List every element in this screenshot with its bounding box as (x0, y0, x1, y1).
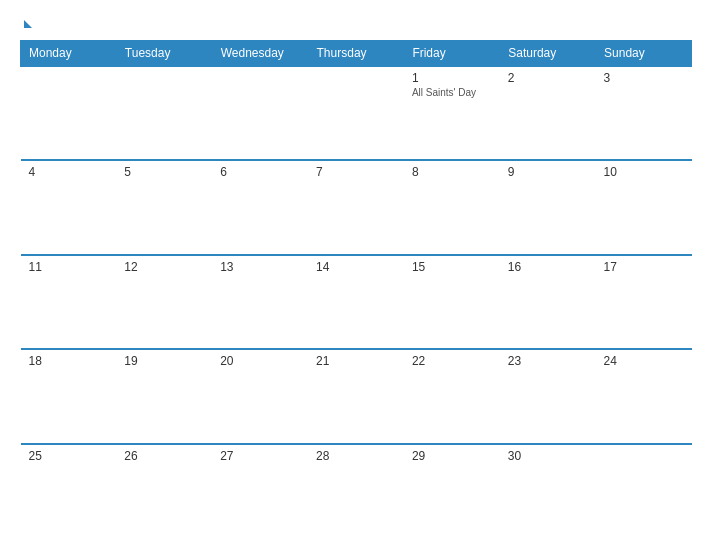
day-number: 5 (124, 165, 204, 179)
calendar-cell: 1All Saints' Day (404, 66, 500, 160)
day-number: 4 (29, 165, 109, 179)
day-number: 21 (316, 354, 396, 368)
day-number: 17 (604, 260, 684, 274)
day-number: 14 (316, 260, 396, 274)
calendar-week-row: 1All Saints' Day23 (21, 66, 692, 160)
calendar-cell: 21 (308, 349, 404, 443)
day-number: 3 (604, 71, 684, 85)
day-number: 24 (604, 354, 684, 368)
calendar-table: MondayTuesdayWednesdayThursdayFridaySatu… (20, 40, 692, 538)
weekday-header-sunday: Sunday (596, 41, 692, 67)
calendar-cell: 13 (212, 255, 308, 349)
day-number: 7 (316, 165, 396, 179)
day-number: 6 (220, 165, 300, 179)
calendar-cell: 30 (500, 444, 596, 538)
calendar-week-row: 18192021222324 (21, 349, 692, 443)
calendar-cell: 5 (116, 160, 212, 254)
calendar-cell: 4 (21, 160, 117, 254)
calendar-cell: 11 (21, 255, 117, 349)
calendar-cell: 18 (21, 349, 117, 443)
day-number: 10 (604, 165, 684, 179)
day-number: 11 (29, 260, 109, 274)
calendar-cell: 16 (500, 255, 596, 349)
day-number: 28 (316, 449, 396, 463)
calendar-cell: 9 (500, 160, 596, 254)
calendar-cell: 29 (404, 444, 500, 538)
calendar-cell: 12 (116, 255, 212, 349)
day-number: 26 (124, 449, 204, 463)
calendar-cell: 23 (500, 349, 596, 443)
calendar-week-row: 11121314151617 (21, 255, 692, 349)
weekday-header-thursday: Thursday (308, 41, 404, 67)
calendar-cell: 19 (116, 349, 212, 443)
day-number: 18 (29, 354, 109, 368)
calendar-cell: 6 (212, 160, 308, 254)
day-number: 2 (508, 71, 588, 85)
day-number: 25 (29, 449, 109, 463)
calendar-cell: 28 (308, 444, 404, 538)
day-number: 22 (412, 354, 492, 368)
day-number: 13 (220, 260, 300, 274)
day-number: 27 (220, 449, 300, 463)
day-number: 29 (412, 449, 492, 463)
calendar-cell (308, 66, 404, 160)
calendar-header (20, 18, 692, 28)
calendar-cell (116, 66, 212, 160)
calendar-cell: 20 (212, 349, 308, 443)
calendar-cell (21, 66, 117, 160)
day-number: 23 (508, 354, 588, 368)
calendar-cell: 17 (596, 255, 692, 349)
weekday-header-tuesday: Tuesday (116, 41, 212, 67)
calendar-page: MondayTuesdayWednesdayThursdayFridaySatu… (0, 0, 712, 550)
day-number: 19 (124, 354, 204, 368)
day-number: 30 (508, 449, 588, 463)
calendar-cell (596, 444, 692, 538)
weekday-header-monday: Monday (21, 41, 117, 67)
calendar-cell: 2 (500, 66, 596, 160)
calendar-cell: 7 (308, 160, 404, 254)
day-number: 16 (508, 260, 588, 274)
weekday-header-friday: Friday (404, 41, 500, 67)
weekday-header-wednesday: Wednesday (212, 41, 308, 67)
calendar-cell: 10 (596, 160, 692, 254)
calendar-header-row: MondayTuesdayWednesdayThursdayFridaySatu… (21, 41, 692, 67)
weekday-header-saturday: Saturday (500, 41, 596, 67)
holiday-label: All Saints' Day (412, 87, 492, 98)
calendar-cell: 3 (596, 66, 692, 160)
calendar-cell: 25 (21, 444, 117, 538)
day-number: 8 (412, 165, 492, 179)
calendar-cell: 15 (404, 255, 500, 349)
calendar-cell: 22 (404, 349, 500, 443)
calendar-week-row: 252627282930 (21, 444, 692, 538)
calendar-cell (212, 66, 308, 160)
day-number: 9 (508, 165, 588, 179)
logo-triangle-icon (24, 20, 32, 28)
calendar-week-row: 45678910 (21, 160, 692, 254)
day-number: 12 (124, 260, 204, 274)
logo (20, 18, 32, 28)
calendar-cell: 8 (404, 160, 500, 254)
day-number: 15 (412, 260, 492, 274)
day-number: 1 (412, 71, 492, 85)
calendar-cell: 14 (308, 255, 404, 349)
calendar-cell: 27 (212, 444, 308, 538)
calendar-cell: 26 (116, 444, 212, 538)
day-number: 20 (220, 354, 300, 368)
calendar-cell: 24 (596, 349, 692, 443)
